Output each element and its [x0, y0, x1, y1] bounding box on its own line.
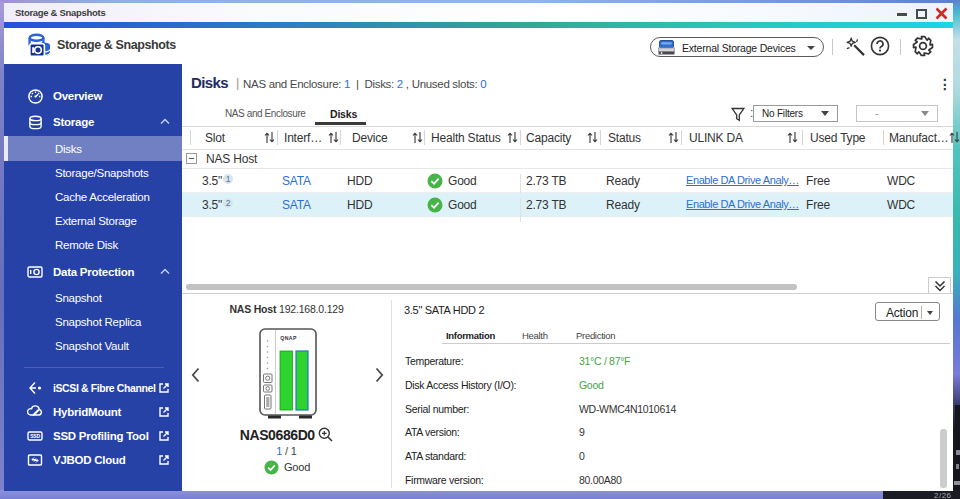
svg-text:SSD: SSD [30, 433, 40, 439]
svg-text:QNAP: QNAP [280, 335, 297, 341]
